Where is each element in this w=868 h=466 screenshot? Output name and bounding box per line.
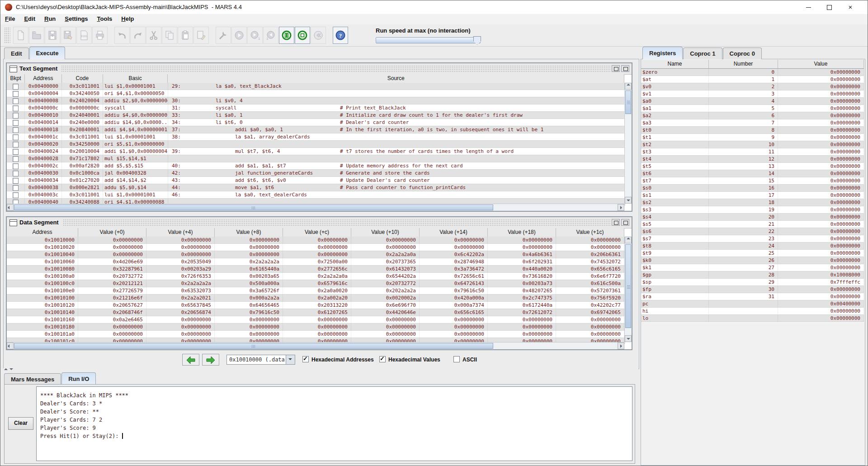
- column-header-address[interactable]: Address: [25, 74, 62, 83]
- scroll-right-button[interactable]: [618, 204, 624, 211]
- breakpoint-checkbox[interactable]: [13, 149, 19, 155]
- menu-item-edit[interactable]: Edit: [19, 14, 40, 22]
- register-row[interactable]: $fp300x00000000: [641, 286, 864, 293]
- column-header-bkpt[interactable]: Bkpt: [7, 74, 25, 83]
- checkbox-box[interactable]: [302, 356, 309, 362]
- register-value-cell[interactable]: 0x00000000: [778, 90, 864, 97]
- text-segment-titlebar[interactable]: Text Segment: [7, 63, 632, 75]
- table-row[interactable]: 0x100100600x4d206e690x205350490x2a2a2a2a…: [7, 258, 625, 266]
- register-row[interactable]: $a040x00000000: [641, 98, 864, 105]
- register-value-cell[interactable]: 0x00000000: [778, 250, 864, 257]
- value-cell[interactable]: 0x0020002a: [351, 295, 420, 301]
- register-row[interactable]: $v020x00000000: [641, 83, 864, 90]
- register-value-cell[interactable]: 0x00000000: [778, 293, 864, 300]
- value-cell[interactable]: 0x00000000: [283, 244, 351, 251]
- value-cell[interactable]: 0x4d206e69: [78, 258, 146, 265]
- value-cell[interactable]: 0x21216e6f: [78, 295, 146, 301]
- run-io-console[interactable]: **** BlackJack in MIPS ****Dealer's Card…: [36, 386, 632, 461]
- register-value-cell[interactable]: 0x10008000: [778, 271, 864, 278]
- value-cell[interactable]: 0x00000000: [283, 251, 351, 258]
- value-cell[interactable]: 0x656c6165: [556, 266, 624, 272]
- save-as-button[interactable]: [61, 27, 76, 44]
- frame-maximize-button[interactable]: [621, 219, 629, 226]
- value-cell[interactable]: 0x2c747375: [488, 295, 556, 301]
- checkbox-hexadecimal-addresses[interactable]: Hexadecimal Addresses: [302, 355, 374, 363]
- register-row[interactable]: $a150x00000000: [641, 105, 864, 112]
- breakpoint-checkbox[interactable]: [13, 142, 19, 147]
- toolbar-drag-handle[interactable]: [4, 27, 10, 43]
- value-cell[interactable]: 0x20732772: [351, 280, 420, 287]
- value-cell[interactable]: 0x00000000: [420, 331, 488, 338]
- value-cell[interactable]: 0x6579616c: [283, 280, 351, 287]
- table-row[interactable]: 0x004000180x20840001addi $4,$4,0x0000000…: [7, 126, 625, 133]
- value-cell[interactable]: 0x000a7374: [420, 302, 488, 309]
- value-cell[interactable]: 0x00000000: [556, 323, 624, 330]
- register-value-cell[interactable]: 0x00000000: [778, 243, 864, 249]
- cut-button[interactable]: [146, 27, 161, 44]
- register-row[interactable]: $t6140x00000000: [641, 170, 864, 177]
- register-value-cell[interactable]: 0x00000000: [778, 127, 864, 133]
- table-row[interactable]: 0x004000280x71c17802mul $15,$14,$1: [7, 155, 625, 162]
- undo-button[interactable]: [114, 27, 130, 44]
- value-cell[interactable]: 0x20313220: [283, 302, 351, 309]
- value-cell[interactable]: 0x2a2a2a0a: [283, 273, 351, 280]
- value-cell[interactable]: 0x0a2e6465: [78, 316, 146, 323]
- value-cell[interactable]: 0x00000000: [78, 237, 146, 243]
- value-cell[interactable]: 0x00000000: [420, 237, 488, 243]
- register-row[interactable]: $t080x00000000: [641, 127, 864, 134]
- value-cell[interactable]: 0x2a002a20: [283, 295, 351, 301]
- value-cell[interactable]: 0x28746948: [420, 258, 488, 265]
- value-cell[interactable]: 0x00000000: [215, 316, 283, 323]
- register-row[interactable]: $s0160x00000000: [641, 185, 864, 192]
- register-row[interactable]: $s3190x00000000: [641, 206, 864, 214]
- value-cell[interactable]: 0x48207265: [488, 287, 556, 294]
- register-value-cell[interactable]: 0x00000000: [778, 264, 864, 271]
- register-value-cell[interactable]: 0x00000000: [778, 69, 864, 76]
- breakpoint-checkbox[interactable]: [13, 178, 19, 184]
- value-cell[interactable]: 0x2a2a2a2a: [215, 258, 283, 265]
- paste-button[interactable]: [178, 27, 193, 44]
- value-cell[interactable]: 0x00000000: [420, 316, 488, 323]
- value-cell[interactable]: 0x61432073: [351, 266, 420, 272]
- column-header-number[interactable]: Number: [709, 60, 778, 68]
- register-value-cell[interactable]: 0x00000000: [778, 315, 864, 322]
- table-row[interactable]: 0x004000240x20010004addi $1,$0,0x0000000…: [7, 148, 625, 155]
- register-value-cell[interactable]: 0x00000000: [778, 105, 864, 112]
- value-cell[interactable]: 0x2772656c: [283, 266, 351, 272]
- value-cell[interactable]: 0x00000000: [215, 323, 283, 330]
- table-row[interactable]: 0x004000080x24020004addiu $2,$0,0x000000…: [7, 97, 625, 105]
- text-segment-hscrollbar[interactable]: [7, 204, 624, 211]
- frame-restore-button[interactable]: [612, 219, 620, 226]
- value-cell[interactable]: 0x57207361: [556, 287, 624, 294]
- value-cell[interactable]: 0x2a2a2a0a: [351, 251, 420, 258]
- table-row[interactable]: 0x004000340x01c27020add $14,$14,$243:add…: [7, 177, 625, 184]
- table-row[interactable]: 0x004000100x24040001addiu $4,$0,0x000000…: [7, 112, 625, 119]
- breakpoint-checkbox[interactable]: [13, 84, 19, 90]
- value-cell[interactable]: 0x3a65726f: [215, 287, 283, 294]
- breakpoint-checkbox[interactable]: [13, 156, 19, 162]
- table-row[interactable]: 0x100101800x000000000x000000000x00000000…: [7, 323, 625, 331]
- value-cell[interactable]: 0x79616c50: [420, 287, 488, 294]
- register-row[interactable]: $t3110x00000000: [641, 148, 864, 156]
- value-cell[interactable]: 0x6c42202a: [420, 251, 488, 258]
- register-row[interactable]: $k1270x00000000: [641, 264, 864, 271]
- table-row[interactable]: 0x100100400x000000000x000000000x00000000…: [7, 251, 625, 258]
- register-value-cell[interactable]: 0x00000000: [778, 170, 864, 177]
- value-cell[interactable]: 0x00000000: [351, 237, 420, 243]
- register-row[interactable]: $t5130x00000000: [641, 163, 864, 170]
- register-value-cell[interactable]: 0x00000000: [778, 257, 864, 264]
- register-row[interactable]: $t190x00000000: [641, 134, 864, 141]
- column-header[interactable]: Value (+14): [420, 228, 488, 237]
- step-button[interactable]: 1: [247, 27, 263, 44]
- register-row[interactable]: $a370x00000000: [641, 119, 864, 127]
- register-value-cell[interactable]: 0x00000000: [778, 148, 864, 155]
- value-cell[interactable]: 0x4420646e: [351, 309, 420, 316]
- register-row[interactable]: $t8240x00000000: [641, 243, 864, 250]
- tab-run-i-o[interactable]: Run I/O: [61, 372, 96, 385]
- column-header-value[interactable]: Value: [778, 60, 864, 68]
- table-row[interactable]: 0x0040002c0x00af2820add $5,$5,$1540:add …: [7, 162, 625, 170]
- table-row[interactable]: 0x0040003c0x3c011001lui $1,0x0000100146:…: [7, 191, 625, 199]
- value-cell[interactable]: 0x6172440a: [488, 302, 556, 309]
- table-row[interactable]: 0x100101000x21216e6f0x2a2a20210x000a2a2a…: [7, 295, 625, 302]
- value-cell[interactable]: 0x2068746f: [78, 309, 146, 316]
